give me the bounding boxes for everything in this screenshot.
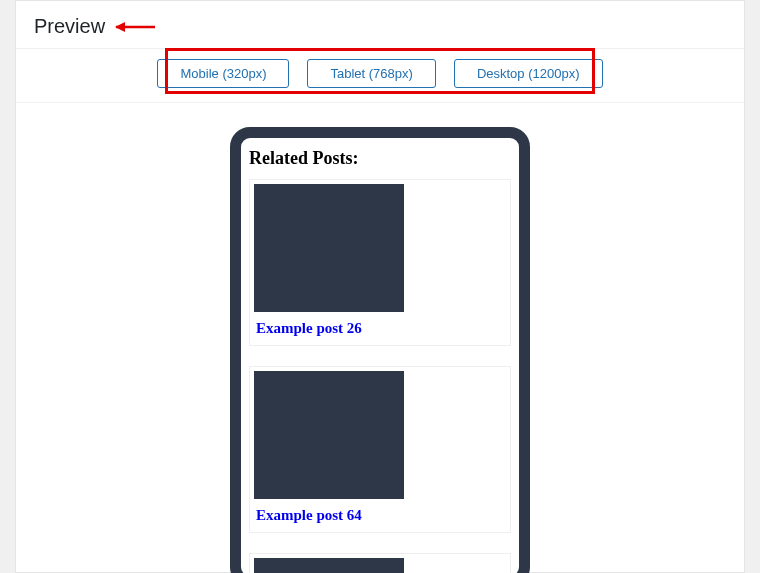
post-title-link[interactable]: Example post 26 [250,318,510,345]
tablet-breakpoint-button[interactable]: Tablet (768px) [307,59,435,88]
related-post-item[interactable] [249,553,511,573]
preview-card: Preview Mobile (320px) Tablet (768px) De… [15,0,745,573]
device-scroll-container[interactable]: Related Posts: Example post 26 Example p… [241,138,519,573]
post-title-link[interactable]: Example post 64 [250,505,510,532]
svg-marker-1 [115,22,125,32]
arrow-left-icon [113,20,157,34]
breakpoint-toolbar: Mobile (320px) Tablet (768px) Desktop (1… [16,48,744,103]
preview-title: Preview [34,15,105,38]
card-header: Preview [16,1,744,48]
related-post-item[interactable]: Example post 26 [249,179,511,346]
post-thumbnail [254,371,404,499]
mobile-breakpoint-button[interactable]: Mobile (320px) [157,59,289,88]
device-frame: Related Posts: Example post 26 Example p… [230,127,530,573]
preview-area: Related Posts: Example post 26 Example p… [16,103,744,573]
desktop-breakpoint-button[interactable]: Desktop (1200px) [454,59,603,88]
related-post-item[interactable]: Example post 64 [249,366,511,533]
post-thumbnail [254,184,404,312]
post-thumbnail [254,558,404,573]
related-posts-heading: Related Posts: [249,148,511,169]
